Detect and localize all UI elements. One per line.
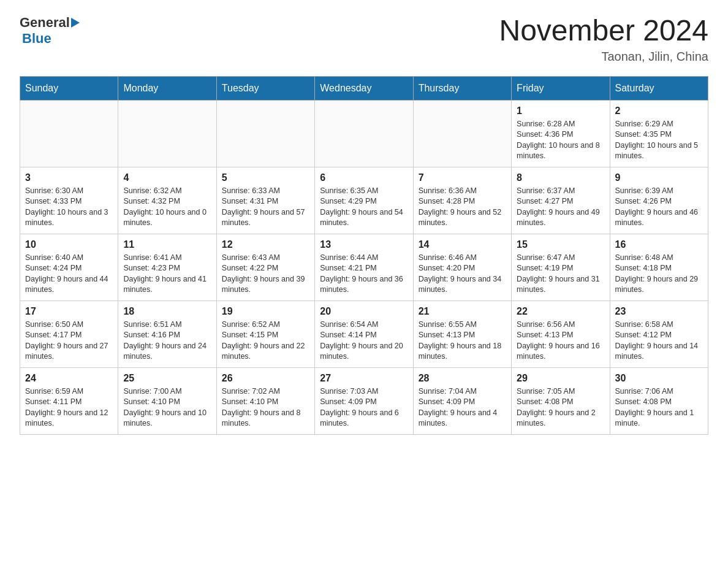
day-info: Sunrise: 6:32 AMSunset: 4:32 PMDaylight:… [123,186,211,229]
week-row-3: 10Sunrise: 6:40 AMSunset: 4:24 PMDayligh… [20,234,708,301]
header-sunday: Sunday [20,76,118,100]
day-info: Sunrise: 6:39 AMSunset: 4:26 PMDaylight:… [615,186,703,229]
calendar-cell: 1Sunrise: 6:28 AMSunset: 4:36 PMDaylight… [512,100,610,167]
day-number: 15 [517,239,604,250]
calendar-cell: 12Sunrise: 6:43 AMSunset: 4:22 PMDayligh… [216,234,314,301]
day-info: Sunrise: 6:43 AMSunset: 4:22 PMDaylight:… [222,253,309,296]
day-number: 2 [615,105,703,117]
calendar-cell: 26Sunrise: 7:02 AMSunset: 4:10 PMDayligh… [216,367,314,434]
calendar-cell: 11Sunrise: 6:41 AMSunset: 4:23 PMDayligh… [118,234,216,301]
calendar-cell: 22Sunrise: 6:56 AMSunset: 4:13 PMDayligh… [512,301,610,367]
day-info: Sunrise: 6:37 AMSunset: 4:27 PMDaylight:… [517,186,604,229]
day-number: 10 [25,239,113,250]
day-number: 28 [419,373,506,384]
day-number: 16 [615,239,703,250]
day-number: 17 [25,306,113,317]
day-info: Sunrise: 6:29 AMSunset: 4:35 PMDaylight:… [615,119,703,162]
day-number: 19 [222,306,309,317]
calendar-cell: 2Sunrise: 6:29 AMSunset: 4:35 PMDaylight… [610,100,708,167]
page-header: General Blue November 2024 Taonan, Jilin… [20,15,708,64]
day-info: Sunrise: 7:05 AMSunset: 4:08 PMDaylight:… [517,386,604,429]
day-number: 12 [222,239,309,250]
day-number: 3 [25,172,113,183]
header-tuesday: Tuesday [216,76,314,100]
calendar-cell [315,100,413,167]
calendar-cell: 18Sunrise: 6:51 AMSunset: 4:16 PMDayligh… [118,301,216,367]
day-info: Sunrise: 6:55 AMSunset: 4:13 PMDaylight:… [419,320,506,362]
calendar-cell: 4Sunrise: 6:32 AMSunset: 4:32 PMDaylight… [118,167,216,234]
day-info: Sunrise: 7:00 AMSunset: 4:10 PMDaylight:… [123,386,211,429]
header-monday: Monday [118,76,216,100]
calendar-table: Sunday Monday Tuesday Wednesday Thursday… [20,76,708,435]
calendar-cell: 30Sunrise: 7:06 AMSunset: 4:08 PMDayligh… [610,367,708,434]
day-number: 9 [615,172,703,183]
day-number: 29 [517,373,604,384]
header-friday: Friday [512,76,610,100]
day-info: Sunrise: 6:47 AMSunset: 4:19 PMDaylight:… [517,253,604,296]
day-info: Sunrise: 6:56 AMSunset: 4:13 PMDaylight:… [517,320,604,362]
calendar-cell: 9Sunrise: 6:39 AMSunset: 4:26 PMDaylight… [610,167,708,234]
day-number: 24 [25,373,113,384]
calendar-cell: 10Sunrise: 6:40 AMSunset: 4:24 PMDayligh… [20,234,118,301]
calendar-cell: 14Sunrise: 6:46 AMSunset: 4:20 PMDayligh… [413,234,511,301]
logo: General Blue [20,15,80,47]
day-info: Sunrise: 6:44 AMSunset: 4:21 PMDaylight:… [320,253,408,296]
header-saturday: Saturday [610,76,708,100]
day-number: 6 [320,172,408,183]
day-info: Sunrise: 7:03 AMSunset: 4:09 PMDaylight:… [320,386,408,429]
day-info: Sunrise: 6:58 AMSunset: 4:12 PMDaylight:… [615,320,703,362]
calendar-cell: 23Sunrise: 6:58 AMSunset: 4:12 PMDayligh… [610,301,708,367]
day-info: Sunrise: 6:54 AMSunset: 4:14 PMDaylight:… [320,320,408,362]
day-number: 25 [123,373,211,384]
day-info: Sunrise: 6:35 AMSunset: 4:29 PMDaylight:… [320,186,408,229]
calendar-cell: 8Sunrise: 6:37 AMSunset: 4:27 PMDaylight… [512,167,610,234]
week-row-4: 17Sunrise: 6:50 AMSunset: 4:17 PMDayligh… [20,301,708,367]
day-number: 4 [123,172,211,183]
day-info: Sunrise: 6:48 AMSunset: 4:18 PMDaylight:… [615,253,703,296]
day-number: 5 [222,172,309,183]
calendar-cell: 27Sunrise: 7:03 AMSunset: 4:09 PMDayligh… [315,367,413,434]
calendar-cell: 7Sunrise: 6:36 AMSunset: 4:28 PMDaylight… [413,167,511,234]
day-info: Sunrise: 6:59 AMSunset: 4:11 PMDaylight:… [25,386,113,429]
calendar-cell [20,100,118,167]
day-number: 20 [320,306,408,317]
calendar-cell: 24Sunrise: 6:59 AMSunset: 4:11 PMDayligh… [20,367,118,434]
logo-blue-text: Blue [22,31,51,46]
header-thursday: Thursday [413,76,511,100]
day-info: Sunrise: 6:40 AMSunset: 4:24 PMDaylight:… [25,253,113,296]
weekday-header-row: Sunday Monday Tuesday Wednesday Thursday… [20,76,708,100]
day-number: 30 [615,373,703,384]
day-number: 21 [419,306,506,317]
day-info: Sunrise: 6:51 AMSunset: 4:16 PMDaylight:… [123,320,211,362]
day-info: Sunrise: 6:50 AMSunset: 4:17 PMDaylight:… [25,320,113,362]
week-row-5: 24Sunrise: 6:59 AMSunset: 4:11 PMDayligh… [20,367,708,434]
day-number: 7 [419,172,506,183]
day-info: Sunrise: 6:46 AMSunset: 4:20 PMDaylight:… [419,253,506,296]
day-number: 18 [123,306,211,317]
location: Taonan, Jilin, China [499,50,708,64]
week-row-1: 1Sunrise: 6:28 AMSunset: 4:36 PMDaylight… [20,100,708,167]
day-number: 13 [320,239,408,250]
day-info: Sunrise: 6:52 AMSunset: 4:15 PMDaylight:… [222,320,309,362]
week-row-2: 3Sunrise: 6:30 AMSunset: 4:33 PMDaylight… [20,167,708,234]
calendar-cell: 25Sunrise: 7:00 AMSunset: 4:10 PMDayligh… [118,367,216,434]
calendar-cell: 5Sunrise: 6:33 AMSunset: 4:31 PMDaylight… [216,167,314,234]
calendar-cell [118,100,216,167]
calendar-cell: 13Sunrise: 6:44 AMSunset: 4:21 PMDayligh… [315,234,413,301]
calendar-cell: 19Sunrise: 6:52 AMSunset: 4:15 PMDayligh… [216,301,314,367]
day-info: Sunrise: 6:28 AMSunset: 4:36 PMDaylight:… [517,119,604,162]
day-number: 23 [615,306,703,317]
day-number: 1 [517,105,604,117]
calendar-cell: 20Sunrise: 6:54 AMSunset: 4:14 PMDayligh… [315,301,413,367]
day-number: 26 [222,373,309,384]
day-info: Sunrise: 6:36 AMSunset: 4:28 PMDaylight:… [419,186,506,229]
day-number: 14 [419,239,506,250]
calendar-cell [216,100,314,167]
day-number: 8 [517,172,604,183]
calendar-cell: 28Sunrise: 7:04 AMSunset: 4:09 PMDayligh… [413,367,511,434]
calendar-cell: 21Sunrise: 6:55 AMSunset: 4:13 PMDayligh… [413,301,511,367]
day-info: Sunrise: 7:06 AMSunset: 4:08 PMDaylight:… [615,386,703,429]
day-number: 11 [123,239,211,250]
day-info: Sunrise: 7:04 AMSunset: 4:09 PMDaylight:… [419,386,506,429]
calendar-cell: 3Sunrise: 6:30 AMSunset: 4:33 PMDaylight… [20,167,118,234]
